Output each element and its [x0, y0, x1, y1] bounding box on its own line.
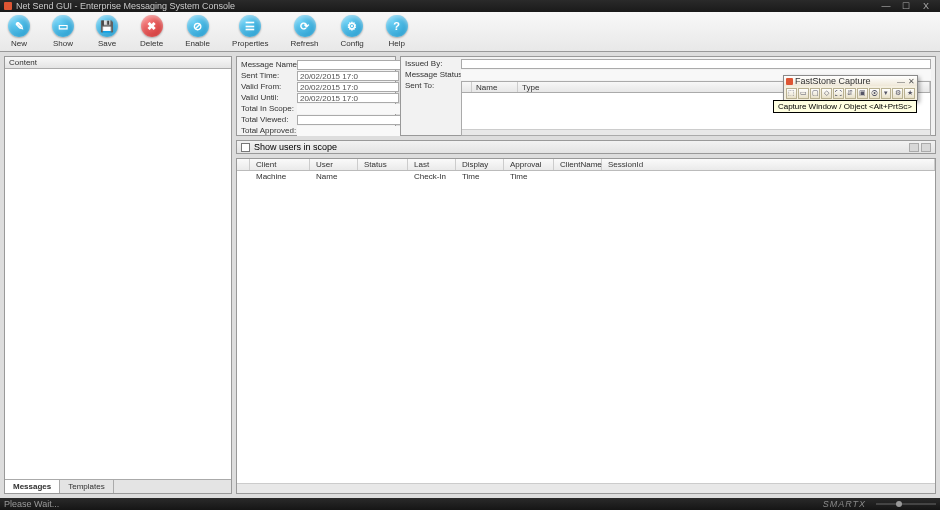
- minimize-button[interactable]: —: [876, 1, 896, 11]
- users-col-status[interactable]: Status: [358, 159, 408, 170]
- delete-button[interactable]: ✖Delete: [140, 15, 163, 48]
- valid-from-field[interactable]: 20/02/2015 17:0: [297, 82, 399, 92]
- window-title: Net Send GUI - Enterprise Messaging Syst…: [16, 1, 876, 11]
- faststone-tooltip: Capture Window / Object <Alt+PrtSc>: [773, 100, 917, 113]
- fs-settings-icon[interactable]: ⚙: [892, 88, 903, 99]
- enable-button[interactable]: ⊘Enable: [185, 15, 210, 48]
- faststone-window[interactable]: FastStone Capture — ✕ ⬚ ▭ ▢ ◇ ⛶ ⇵ ▣ ⦿ ▾ …: [783, 75, 918, 101]
- fs-capture-active-window-icon[interactable]: ⬚: [786, 88, 797, 99]
- new-icon: ✎: [8, 15, 30, 37]
- faststone-icon: [786, 78, 793, 85]
- faststone-title: FastStone Capture: [795, 76, 871, 86]
- new-button[interactable]: ✎New: [8, 15, 30, 48]
- enable-icon: ⊘: [187, 15, 209, 37]
- scope-expand-icon[interactable]: [921, 143, 931, 152]
- brand-label: SMARTX: [823, 499, 866, 509]
- right-pane: Message Name: Sent Time: 20/02/2015 17:0…: [236, 56, 936, 494]
- properties-icon: ☰: [239, 15, 261, 37]
- message-details-left: Message Name: Sent Time: 20/02/2015 17:0…: [236, 56, 396, 136]
- statusbar: Please Wait... SMARTX: [0, 498, 940, 510]
- users-grid-header: Client Machine User Name Status Last Che…: [237, 159, 935, 171]
- valid-until-field[interactable]: 20/02/2015 17:0: [297, 93, 399, 103]
- content-list[interactable]: [5, 69, 231, 479]
- show-users-checkbox[interactable]: [241, 143, 250, 152]
- total-viewed-label: Total Viewed:: [241, 115, 297, 124]
- users-col-user-name[interactable]: User Name: [310, 159, 358, 170]
- users-col-client-machine[interactable]: Client Machine: [250, 159, 310, 170]
- scope-bar: Show users in scope: [236, 140, 936, 154]
- show-icon: ▭: [52, 15, 74, 37]
- faststone-toolbar: ⬚ ▭ ▢ ◇ ⛶ ⇵ ▣ ⦿ ▾ ⚙ ★: [784, 86, 917, 100]
- sent-to-col-name[interactable]: Name: [472, 82, 518, 92]
- close-button[interactable]: X: [916, 1, 936, 11]
- toolbar: ✎New ▭Show 💾Save ✖Delete ⊘Enable ☰Proper…: [0, 12, 940, 52]
- faststone-minimize[interactable]: —: [897, 77, 905, 86]
- total-in-scope-label: Total In Scope:: [241, 104, 297, 113]
- scope-collapse-icon[interactable]: [909, 143, 919, 152]
- users-col-session-id[interactable]: SessionId: [602, 159, 935, 170]
- message-name-label: Message Name:: [241, 60, 297, 69]
- faststone-titlebar[interactable]: FastStone Capture — ✕: [784, 76, 917, 86]
- users-col-approval-time[interactable]: Approval Time: [504, 159, 554, 170]
- fs-capture-rect-icon[interactable]: ▢: [810, 88, 821, 99]
- valid-until-label: Valid Until:: [241, 93, 297, 102]
- fs-capture-scroll-icon[interactable]: ⇵: [845, 88, 856, 99]
- refresh-button[interactable]: ⟳Refresh: [291, 15, 319, 48]
- fs-favorites-icon[interactable]: ★: [904, 88, 915, 99]
- valid-from-label: Valid From:: [241, 82, 297, 91]
- sent-to-grid-footer: [462, 129, 930, 135]
- fs-capture-fullscreen-icon[interactable]: ⛶: [833, 88, 844, 99]
- tab-templates[interactable]: Templates: [60, 480, 113, 493]
- app-icon: [4, 2, 12, 10]
- fs-capture-fixed-icon[interactable]: ▣: [857, 88, 868, 99]
- app-window: Net Send GUI - Enterprise Messaging Syst…: [0, 0, 940, 510]
- issued-by-field[interactable]: [461, 59, 931, 69]
- fs-capture-freehand-icon[interactable]: ◇: [821, 88, 832, 99]
- sent-to-col-selector[interactable]: [462, 82, 472, 92]
- message-name-field[interactable]: [297, 60, 408, 70]
- fs-capture-window-icon[interactable]: ▭: [798, 88, 809, 99]
- save-button[interactable]: 💾Save: [96, 15, 118, 48]
- total-approved-value: [297, 126, 408, 136]
- delete-icon: ✖: [141, 15, 163, 37]
- users-col-selector[interactable]: [237, 159, 250, 170]
- users-col-display-time[interactable]: Display Time: [456, 159, 504, 170]
- users-grid[interactable]: Client Machine User Name Status Last Che…: [236, 158, 936, 494]
- config-button[interactable]: ⚙Config: [341, 15, 364, 48]
- users-col-client-name[interactable]: ClientName: [554, 159, 602, 170]
- sent-time-label: Sent Time:: [241, 71, 297, 80]
- maximize-button[interactable]: ☐: [896, 1, 916, 11]
- issued-by-label: Issued By:: [405, 59, 461, 68]
- total-approved-label: Total Approved:: [241, 126, 297, 135]
- content-header: Content: [5, 57, 231, 69]
- users-grid-body[interactable]: [237, 171, 935, 483]
- refresh-icon: ⟳: [294, 15, 316, 37]
- total-viewed-field[interactable]: [297, 115, 408, 125]
- left-tabs: Messages Templates: [5, 479, 231, 493]
- status-text: Please Wait...: [4, 499, 59, 509]
- save-icon: 💾: [96, 15, 118, 37]
- faststone-close[interactable]: ✕: [908, 77, 915, 86]
- users-grid-footer: [237, 483, 935, 493]
- properties-button[interactable]: ☰Properties: [232, 15, 268, 48]
- zoom-slider[interactable]: [876, 503, 936, 505]
- titlebar: Net Send GUI - Enterprise Messaging Syst…: [0, 0, 940, 12]
- message-status-label: Message Status:: [405, 70, 461, 79]
- total-in-scope-value: [297, 104, 408, 114]
- help-icon: ?: [386, 15, 408, 37]
- fs-screen-recorder-icon[interactable]: ⦿: [869, 88, 880, 99]
- sent-to-label: Sent To:: [405, 81, 461, 90]
- zoom-knob[interactable]: [896, 501, 902, 507]
- sent-time-field[interactable]: 20/02/2015 17:0: [297, 71, 399, 81]
- users-col-last-checkin[interactable]: Last Check-In: [408, 159, 456, 170]
- tab-messages[interactable]: Messages: [5, 480, 60, 493]
- config-icon: ⚙: [341, 15, 363, 37]
- left-pane: Content Messages Templates: [4, 56, 232, 494]
- main-area: Content Messages Templates Message Name:…: [0, 52, 940, 498]
- show-users-label: Show users in scope: [254, 142, 337, 152]
- fs-output-icon[interactable]: ▾: [881, 88, 892, 99]
- show-button[interactable]: ▭Show: [52, 15, 74, 48]
- help-button[interactable]: ?Help: [386, 15, 408, 48]
